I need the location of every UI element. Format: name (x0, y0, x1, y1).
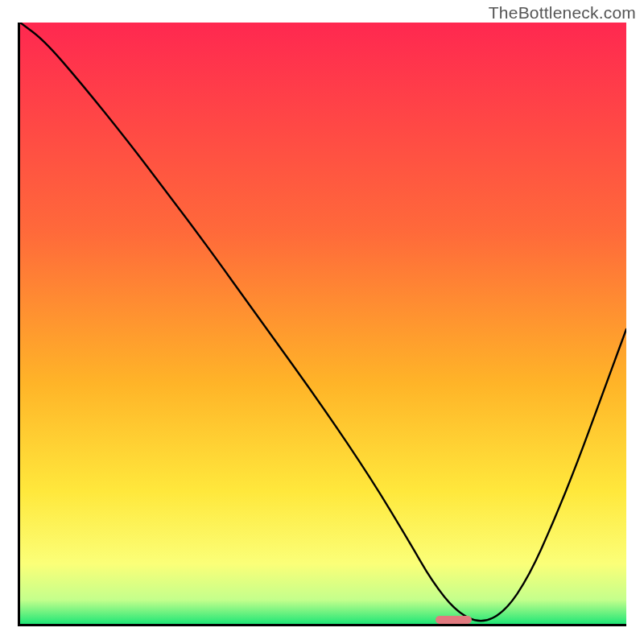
bottleneck-curve (20, 23, 626, 624)
plot-area (18, 23, 626, 626)
watermark-text: TheBottleneck.com (489, 3, 636, 23)
optimum-marker (436, 616, 472, 624)
